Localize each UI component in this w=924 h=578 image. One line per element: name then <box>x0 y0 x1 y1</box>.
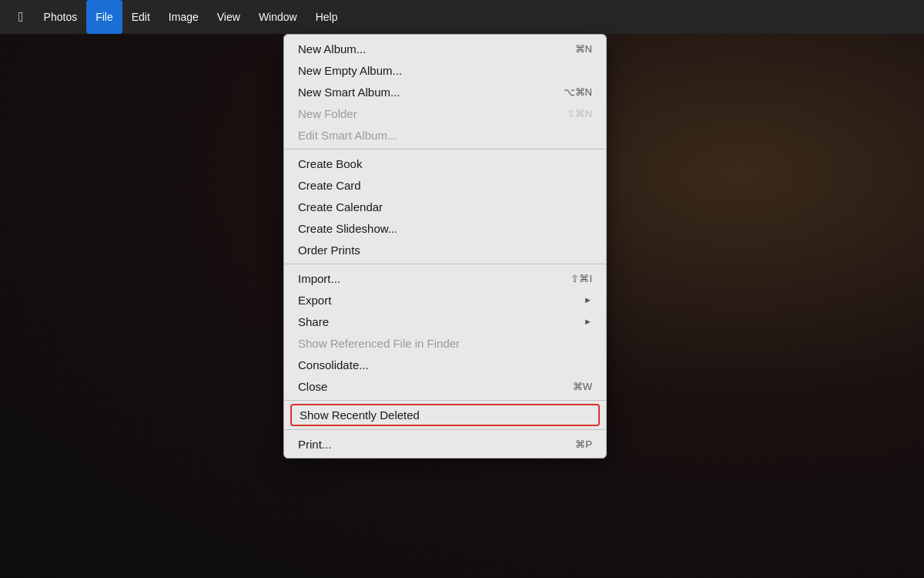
menu-item-export[interactable]: Export ► <box>284 289 606 311</box>
menu-shortcut: ⌘N <box>575 43 592 55</box>
menu-item-print[interactable]: Print... ⌘P <box>284 433 606 455</box>
menu-item-label: New Empty Album... <box>298 64 402 77</box>
menu-item-edit-smart-album: Edit Smart Album... <box>284 124 606 146</box>
menu-item-close[interactable]: Close ⌘W <box>284 375 606 397</box>
menu-item-new-folder: New Folder ⇧⌘N <box>284 102 606 124</box>
apple-menu-item[interactable]:  <box>8 0 35 34</box>
separator-1 <box>284 149 606 150</box>
menu-item-label: New Smart Album... <box>298 86 400 99</box>
menu-shortcut: ⌘P <box>575 439 592 450</box>
menu-item-new-empty-album[interactable]: New Empty Album... <box>284 59 606 81</box>
menu-item-label: Consolidate... <box>298 358 369 371</box>
menu-item-show-recently-deleted[interactable]: Show Recently Deleted <box>290 404 600 426</box>
menu-item-label: Share <box>298 315 329 328</box>
menu-item-label: Create Calendar <box>298 200 383 213</box>
menu-shortcut: ⌥⌘N <box>564 86 592 98</box>
separator-3 <box>284 400 606 401</box>
menu-item-label: New Album... <box>298 42 366 55</box>
menu-item-order-prints[interactable]: Order Prints <box>284 239 606 260</box>
menu-shortcut: ⌘W <box>573 381 592 392</box>
submenu-arrow-icon: ► <box>584 295 592 304</box>
menubar-item-view[interactable]: View <box>208 0 249 34</box>
menubar-item-edit[interactable]: Edit <box>122 0 159 34</box>
menu-item-show-referenced-file: Show Referenced File in Finder <box>284 332 606 354</box>
menubar-item-help[interactable]: Help <box>306 0 347 34</box>
menu-item-label: Create Card <box>298 179 361 192</box>
menu-item-label: Show Referenced File in Finder <box>298 337 460 350</box>
file-dropdown-menu: New Album... ⌘N New Empty Album... New S… <box>283 34 607 459</box>
menu-shortcut: ⇧⌘N <box>567 108 592 119</box>
menu-item-label: Create Slideshow... <box>298 222 397 235</box>
menu-item-label: Show Recently Deleted <box>300 408 420 422</box>
menu-item-label: New Folder <box>298 107 357 120</box>
menu-item-create-calendar[interactable]: Create Calendar <box>284 196 606 217</box>
menu-item-label: Create Book <box>298 157 362 170</box>
menu-item-share[interactable]: Share ► <box>284 311 606 332</box>
menu-item-consolidate[interactable]: Consolidate... <box>284 354 606 375</box>
menu-item-new-smart-album[interactable]: New Smart Album... ⌥⌘N <box>284 81 606 102</box>
menu-item-import[interactable]: Import... ⇧⌘I <box>284 267 606 289</box>
menu-item-label: Edit Smart Album... <box>298 129 397 142</box>
separator-2 <box>284 264 606 264</box>
menu-item-label: Close <box>298 380 327 393</box>
submenu-arrow-icon: ► <box>584 317 592 326</box>
menubar-item-image[interactable]: Image <box>159 0 208 34</box>
menu-shortcut: ⇧⌘I <box>571 273 592 284</box>
separator-4 <box>284 429 606 430</box>
menubar-item-photos[interactable]: Photos <box>35 0 87 34</box>
menu-item-create-slideshow[interactable]: Create Slideshow... <box>284 217 606 239</box>
menubar-item-file[interactable]: File <box>86 0 122 34</box>
menu-item-create-card[interactable]: Create Card <box>284 174 606 196</box>
menu-item-create-book[interactable]: Create Book <box>284 153 606 174</box>
menu-item-label: Import... <box>298 272 340 285</box>
menu-item-label: Export <box>298 294 331 307</box>
menu-item-label: Print... <box>298 438 331 451</box>
menu-item-label: Order Prints <box>298 244 360 257</box>
menubar:  Photos File Edit Image View Window Hel… <box>0 0 924 34</box>
menu-item-new-album[interactable]: New Album... ⌘N <box>284 38 606 59</box>
menubar-item-window[interactable]: Window <box>249 0 306 34</box>
